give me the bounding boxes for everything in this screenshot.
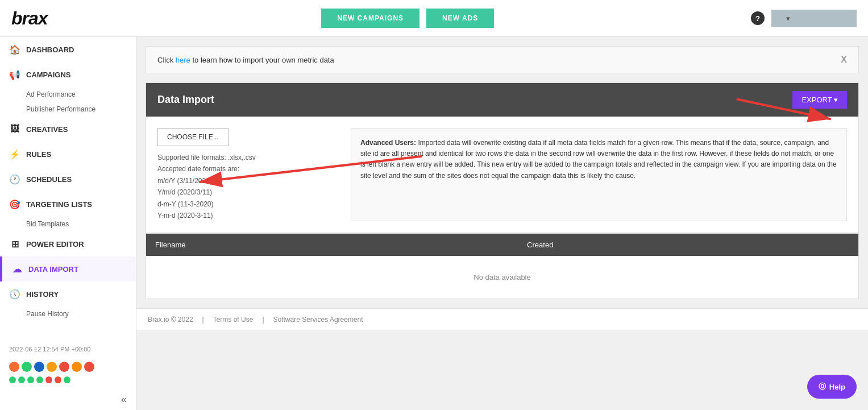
sidebar-item-power-editor[interactable]: ⊞ POWER EDITOR — [0, 231, 136, 256]
sidebar-sub-publisher-performance[interactable]: Publisher Performance — [0, 102, 136, 117]
notice-link[interactable]: here — [176, 56, 190, 64]
sidebar-item-targeting-lists[interactable]: 🎯 TARGETING LISTS — [0, 192, 136, 217]
footer-separator-2: | — [262, 316, 264, 324]
upload-left: CHOOSE FILE... Supported file formats: .… — [157, 128, 339, 221]
sidebar-item-label: CAMPAIGNS — [26, 71, 70, 79]
help-fab-label: Help — [829, 383, 845, 391]
sidebar-sub-bid-templates[interactable]: Bid Templates — [0, 217, 136, 231]
sidebar-item-schedules[interactable]: 🕐 SCHEDULES — [0, 167, 136, 192]
footer-separator-1: | — [202, 316, 204, 324]
main-content: Click here to learn how to import your o… — [136, 37, 868, 410]
platform-icon-4 — [47, 362, 57, 372]
data-table: Filename Created No data available — [146, 234, 858, 299]
dot-1 — [9, 376, 16, 383]
sidebar-item-label: SCHEDULES — [26, 175, 72, 184]
date-format-2: Y/m/d (2020/3/11) — [157, 187, 339, 198]
rules-icon: ⚡ — [9, 148, 20, 160]
dot-7 — [64, 376, 70, 383]
advanced-users-label: Advanced Users: — [360, 139, 416, 147]
sidebar-timestamp: 2022-06-12 12:54 PM +00:00 — [0, 340, 136, 358]
notice-text: Click here to learn how to import your o… — [157, 56, 334, 64]
platform-icon-5 — [59, 362, 69, 372]
collapse-sidebar-button[interactable]: « — [0, 389, 136, 410]
choose-file-button[interactable]: CHOOSE FILE... — [157, 128, 229, 146]
dashboard-icon: 🏠 — [9, 44, 20, 55]
help-fab-button[interactable]: ⓪ Help — [807, 375, 857, 399]
history-icon: 🕔 — [9, 288, 20, 300]
platform-icon-6 — [72, 362, 82, 372]
export-button[interactable]: EXPORT ▾ — [792, 91, 847, 109]
sidebar-item-history[interactable]: 🕔 HISTORY — [0, 281, 136, 307]
date-format-1: m/d/Y (3/11/2020) — [157, 175, 339, 187]
platform-icons-row — [0, 358, 136, 375]
section-header: Data Import EXPORT ▾ — [146, 83, 858, 117]
sidebar-sub-ad-performance[interactable]: Ad Performance — [0, 87, 136, 102]
header-center: NEW CAMPAIGNS NEW ADS — [65, 9, 751, 28]
sidebar-item-label: RULES — [26, 150, 51, 159]
data-table-wrapper: Filename Created No data available — [146, 233, 859, 299]
upload-right-info: Advanced Users: Imported data will overw… — [351, 128, 847, 221]
sidebar-item-data-import[interactable]: ☁ DATA IMPORT — [0, 256, 136, 281]
sidebar-item-rules[interactable]: ⚡ RULES — [0, 142, 136, 167]
notice-close-button[interactable]: X — [841, 55, 847, 65]
sidebar-item-label: POWER EDITOR — [26, 240, 84, 249]
help-fab-icon: ⓪ — [819, 382, 826, 392]
new-campaigns-button[interactable]: NEW CAMPAIGNS — [321, 9, 420, 28]
sidebar-item-label: HISTORY — [26, 290, 59, 299]
dot-3 — [27, 376, 34, 383]
data-import-container: Data Import EXPORT ▾ CHOOSE FILE... Supp… — [136, 82, 868, 233]
platform-icon-3 — [34, 362, 44, 372]
sidebar-item-label: CREATIVES — [26, 125, 68, 134]
targeting-icon: 🎯 — [9, 198, 20, 210]
upload-area: CHOOSE FILE... Supported file formats: .… — [146, 117, 858, 233]
date-format-4: Y-m-d (2020-3-11) — [157, 210, 339, 221]
sidebar-item-dashboard[interactable]: 🏠 DASHBOARD — [0, 37, 136, 62]
sidebar-sub-pause-history[interactable]: Pause History — [0, 307, 136, 321]
sidebar-item-label: DASHBOARD — [26, 45, 74, 54]
campaigns-icon: 📢 — [9, 69, 20, 80]
table-empty-message: No data available — [146, 256, 858, 299]
main-layout: 🏠 DASHBOARD 📢 CAMPAIGNS Ad Performance P… — [0, 37, 868, 410]
help-icon[interactable]: ? — [751, 11, 765, 25]
dot-2 — [18, 376, 25, 383]
creatives-icon: 🖼 — [9, 123, 20, 135]
logo: brax — [11, 8, 48, 29]
dropdown-arrow-icon: ▾ — [786, 14, 790, 23]
user-dropdown-button[interactable]: ▾ — [771, 10, 857, 27]
schedules-icon: 🕐 — [9, 173, 20, 185]
sidebar: 🏠 DASHBOARD 📢 CAMPAIGNS Ad Performance P… — [0, 37, 136, 410]
data-import-section: Data Import EXPORT ▾ CHOOSE FILE... Supp… — [146, 82, 859, 233]
platform-icon-7 — [84, 362, 94, 372]
notice-bar: Click here to learn how to import your o… — [146, 46, 859, 73]
terms-of-use-link[interactable]: Terms of Use — [213, 316, 254, 324]
section-title: Data Import — [157, 94, 214, 106]
new-ads-button[interactable]: NEW ADS — [426, 9, 494, 28]
sidebar-item-label: DATA IMPORT — [28, 265, 78, 274]
col-created: Created — [518, 234, 858, 256]
footer-copyright: Brax.io © 2022 — [148, 316, 193, 324]
upload-info: Supported file formats: .xlsx,.csv Accep… — [157, 152, 339, 221]
sidebar-item-creatives[interactable]: 🖼 CREATIVES — [0, 117, 136, 142]
header-right: ? ▾ — [751, 10, 857, 27]
supported-formats: Supported file formats: .xlsx,.csv — [157, 152, 339, 163]
dot-6 — [55, 376, 61, 383]
sidebar-item-label: TARGETING LISTS — [26, 200, 92, 209]
advanced-users-text: Imported data will overwrite existing da… — [360, 139, 837, 180]
platform-icon-2 — [22, 362, 32, 372]
dot-4 — [36, 376, 43, 383]
data-import-icon: ☁ — [11, 263, 23, 275]
power-editor-icon: ⊞ — [9, 238, 20, 250]
accepted-dates-label: Accepted date formats are: — [157, 163, 339, 175]
platform-dots-row — [0, 375, 136, 389]
date-format-3: d-m-Y (11-3-2020) — [157, 198, 339, 210]
sidebar-item-campaigns[interactable]: 📢 CAMPAIGNS — [0, 62, 136, 87]
dot-5 — [45, 376, 52, 383]
platform-icon-1 — [9, 362, 19, 372]
col-filename: Filename — [146, 234, 518, 256]
footer: Brax.io © 2022 | Terms of Use | Software… — [136, 308, 868, 330]
software-services-link[interactable]: Software Services Agreement — [273, 316, 363, 324]
top-header: brax NEW CAMPAIGNS NEW ADS ? ▾ — [0, 0, 868, 37]
